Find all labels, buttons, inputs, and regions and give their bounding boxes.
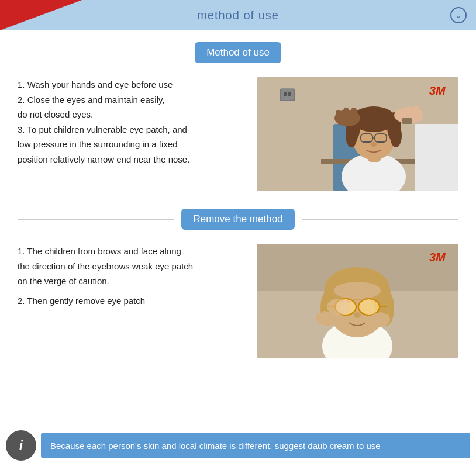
header-red-accent [0,0,82,30]
instruction-1-1: 1. Wash your hands and eye before use [18,77,245,92]
svg-point-10 [390,124,402,147]
svg-point-54 [354,312,361,318]
svg-rect-53 [378,312,383,323]
section2-instructions: 1. The children from brows and face alon… [18,244,245,308]
info-text: Because each person's skin and local cli… [50,441,381,451]
svg-rect-26 [280,89,295,101]
svg-rect-22 [415,124,458,191]
instruction-1-3: 3. To put children vulnerable eye patch,… [18,122,245,167]
info-icon: i [6,430,36,461]
section1-header: Method of use [18,42,458,63]
svg-rect-49 [316,313,321,322]
svg-rect-18 [351,108,357,120]
chevron-symbol: ⌄ [455,11,462,20]
divider-line-right [288,53,458,53]
section2-title-badge: Remove the method [181,209,294,230]
svg-rect-50 [322,311,327,322]
svg-rect-21 [413,105,419,118]
section2-header: Remove the method [18,209,458,230]
info-text-box: Because each person's skin and local cli… [41,433,470,458]
svg-point-39 [334,282,381,299]
main-content: Method of use 1. Wash your hands and eye… [0,30,476,387]
info-bar: i Because each person's skin and local c… [0,428,476,463]
section1-instructions: 1. Wash your hands and eye before use 2.… [18,77,245,167]
svg-rect-27 [284,92,287,96]
svg-rect-52 [384,314,389,323]
divider-line-left [18,53,188,53]
info-symbol: i [19,438,23,453]
chevron-down-icon[interactable]: ⌄ [450,7,467,23]
section1-title-badge: Method of use [195,42,281,63]
svg-rect-17 [343,108,349,120]
svg-rect-23 [402,118,412,124]
remove-method-image: 3M [257,244,458,358]
header-title: method of use [197,9,279,22]
divider-line-left-2 [18,219,174,220]
svg-text:3M: 3M [429,251,446,264]
instruction-2-2: 2. Then gently remove eye patch [18,293,245,309]
method-use-image: 3M [257,77,458,191]
section2-content-row: 1. The children from brows and face alon… [18,244,458,358]
svg-rect-16 [336,110,342,120]
svg-text:3M: 3M [429,84,446,97]
header: method of use ⌄ [0,0,476,30]
svg-rect-20 [406,106,412,118]
instruction-1-2: 2. Close the eyes and maintain easily,do… [18,92,245,122]
divider-line-right-2 [302,219,458,220]
svg-rect-28 [288,92,291,96]
svg-point-9 [346,124,357,147]
svg-point-14 [371,142,377,147]
section1-content-row: 1. Wash your hands and eye before use 2.… [18,77,458,191]
instruction-2-1: 1. The children from brows and face alon… [18,244,245,289]
